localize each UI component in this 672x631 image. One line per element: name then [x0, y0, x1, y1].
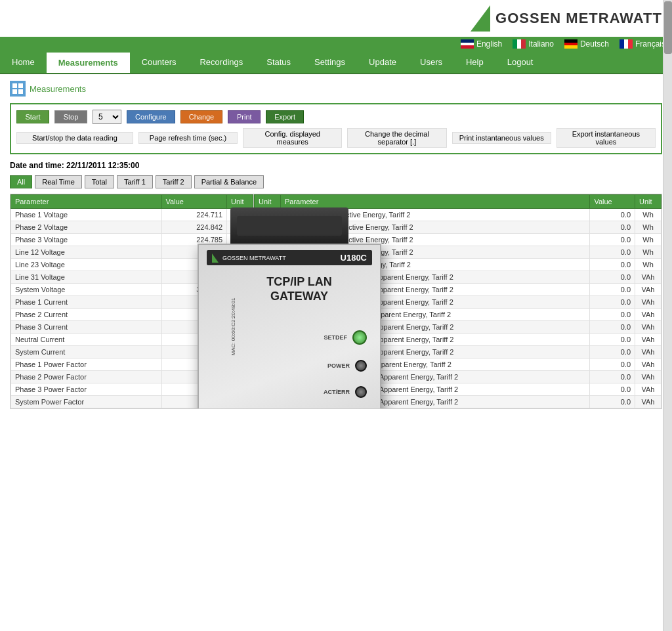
table-row: System Imported Inductive Apparent Energ…: [255, 309, 662, 321]
toolbar-row2: Start/stop the data reading Page refresh…: [16, 128, 656, 148]
nav-measurements[interactable]: Measurements: [47, 51, 130, 73]
logo-triangle-icon: [471, 5, 490, 32]
left-col-value: Value: [161, 195, 226, 209]
lang-italiano-label: Italiano: [528, 39, 554, 49]
table-row: Phase 3 Imported Capacitive Apparent Ene…: [255, 396, 662, 408]
language-bar: English Italiano Deutsch Français: [0, 37, 672, 51]
table-row: Phase 3 Power Factor1.000-: [11, 383, 253, 396]
logo-text: GOSSEN METRAWATT: [495, 10, 662, 27]
flag-uk-icon: [461, 39, 474, 49]
nav-update[interactable]: Update: [357, 51, 408, 73]
table-row: Phase 2 Current1.926A: [11, 309, 253, 321]
logo-area: GOSSEN METRAWATT: [0, 0, 672, 37]
configure-button[interactable]: Configure: [127, 110, 175, 123]
nav-help[interactable]: Help: [454, 51, 495, 73]
start-button[interactable]: Start: [16, 110, 49, 123]
table-row: Phase 2 Exported Inductive Apparent Ener…: [255, 334, 662, 346]
table-row: Phase 1 Exported Active Energy, Tariff 2…: [255, 221, 662, 234]
table-row: Phase 3 Exported Active Energy, Tariff 2…: [255, 246, 662, 259]
table-row: Phase 1 Imported Inductive Apparent Ener…: [255, 271, 662, 284]
nav-logout[interactable]: Logout: [495, 51, 545, 73]
toolbar: Start Stop 5 10 30 60 Configure Change P…: [10, 103, 662, 154]
change-desc: Change the decimal separator [.]: [347, 128, 446, 148]
table-row: Line 12 Voltage0.000V: [11, 246, 253, 259]
filter-tariff2[interactable]: Tariff 2: [156, 175, 192, 188]
flag-fr-icon: [620, 39, 633, 49]
nav-status[interactable]: Status: [255, 51, 303, 73]
nav-recordings[interactable]: Recordings: [188, 51, 255, 73]
right-col-value: Value: [590, 195, 635, 209]
svg-rect-0: [12, 83, 17, 88]
lang-english-label: English: [476, 39, 502, 49]
filter-total[interactable]: Total: [85, 175, 114, 188]
lang-deutsch[interactable]: Deutsch: [564, 39, 609, 49]
table-row: Phase 3 Imported Inductive Apparent Ener…: [255, 296, 662, 309]
scrollbar[interactable]: [663, 0, 672, 416]
table-row: Phase 2 Voltage224.842V: [11, 221, 253, 234]
stop-button[interactable]: Stop: [54, 110, 87, 123]
measurements-icon: [10, 81, 26, 97]
lang-francais-label: Français: [635, 39, 665, 49]
filter-tariff1[interactable]: Tariff 1: [117, 175, 153, 188]
refresh-desc: Page refresh time (sec.): [138, 132, 238, 144]
main-content: Measurements Start Stop 5 10 30 60 Confi…: [0, 74, 672, 416]
lang-deutsch-label: Deutsch: [580, 39, 609, 49]
filter-partial[interactable]: Partial & Balance: [194, 175, 264, 188]
table-row: Phase 2 Imported Capacitive Apparent Ene…: [255, 383, 662, 396]
table-row: Phase 3 Exported Inductive Apparent Ener…: [255, 346, 662, 359]
print-desc: Print instantaneous values: [452, 132, 551, 144]
nav-counters[interactable]: Counters: [130, 51, 188, 73]
toolbar-row1: Start Stop 5 10 30 60 Configure Change P…: [16, 110, 656, 124]
filter-tabs: All Real Time Total Tariff 1 Tariff 2 Pa…: [10, 175, 662, 188]
table-row: Phase 2 Exported Active Energy, Tariff 2…: [255, 234, 662, 246]
breadcrumb: Measurements: [10, 81, 662, 97]
nav-bar: Home Measurements Counters Recordings St…: [0, 51, 672, 74]
configure-desc: Config. displayed measures: [243, 128, 342, 148]
svg-rect-2: [12, 89, 17, 94]
svg-rect-1: [18, 83, 23, 88]
table-row: System Power Factor1.000-: [11, 396, 253, 408]
table-row: Phase 3 Current1.922A: [11, 321, 253, 334]
scrollbar-thumb[interactable]: [664, 1, 672, 54]
lang-francais[interactable]: Français: [620, 39, 665, 49]
print-button[interactable]: Print: [228, 110, 261, 123]
table-row: Phase 1 Current1.922A: [11, 296, 253, 309]
table-row: System Current1.923A: [11, 346, 253, 359]
right-col-parameter: Parameter: [281, 195, 590, 209]
table-row: Line 23 Voltage0.000V: [11, 259, 253, 271]
start-stop-desc: Start/stop the data reading: [16, 132, 133, 144]
table-row: Phase 3 Voltage224.785V: [11, 234, 253, 246]
export-button[interactable]: Export: [266, 110, 304, 123]
table-row: Phase 2 Imported Inductive Apparent Ener…: [255, 284, 662, 296]
change-button[interactable]: Change: [180, 110, 223, 123]
left-measurements-table: Parameter Value Unit Phase 1 Voltage224.…: [10, 194, 253, 408]
filter-all[interactable]: All: [10, 175, 32, 188]
datetime-display: Date and time: 22/11/2011 12:35:00: [10, 161, 662, 170]
table-row: Phase 1 Imported Capacitive Apparent Ene…: [255, 371, 662, 383]
table-row: Neutral Current5.769A: [11, 334, 253, 346]
table-area: Parameter Value Unit Phase 1 Voltage224.…: [10, 194, 662, 409]
breadcrumb-label: Measurements: [30, 84, 86, 94]
lang-english[interactable]: English: [461, 39, 502, 49]
refresh-select[interactable]: 5 10 30 60: [93, 110, 121, 124]
svg-rect-3: [18, 89, 23, 94]
left-col-parameter: Parameter: [11, 195, 162, 209]
nav-home[interactable]: Home: [0, 51, 47, 73]
filter-realtime[interactable]: Real Time: [35, 175, 82, 188]
nav-users[interactable]: Users: [408, 51, 454, 73]
left-col-unit: Unit: [227, 195, 253, 209]
export-desc: Export instantaneous values: [556, 128, 656, 148]
table-row: Phase 1 Voltage224.711V: [11, 209, 253, 221]
lang-italiano[interactable]: Italiano: [513, 39, 554, 49]
flag-de-icon: [564, 39, 578, 49]
table-row: System Imported Active Energy, Tariff 20…: [255, 209, 662, 221]
nav-settings[interactable]: Settings: [303, 51, 357, 73]
table-row: System Voltage389.329V: [11, 284, 253, 296]
table-row: System Exported Inductive Apparent Energ…: [255, 359, 662, 371]
table-row: System Exported Active Energy, Tariff 20…: [255, 259, 662, 271]
table-row: Phase 2 Power Factor1.000-: [11, 371, 253, 383]
table-row: Line 31 Voltage0.000V: [11, 271, 253, 284]
right-col-unit1: Unit: [255, 195, 281, 209]
table-row: Phase 1 Power Factor1.000-: [11, 359, 253, 371]
flag-it-icon: [513, 39, 526, 49]
